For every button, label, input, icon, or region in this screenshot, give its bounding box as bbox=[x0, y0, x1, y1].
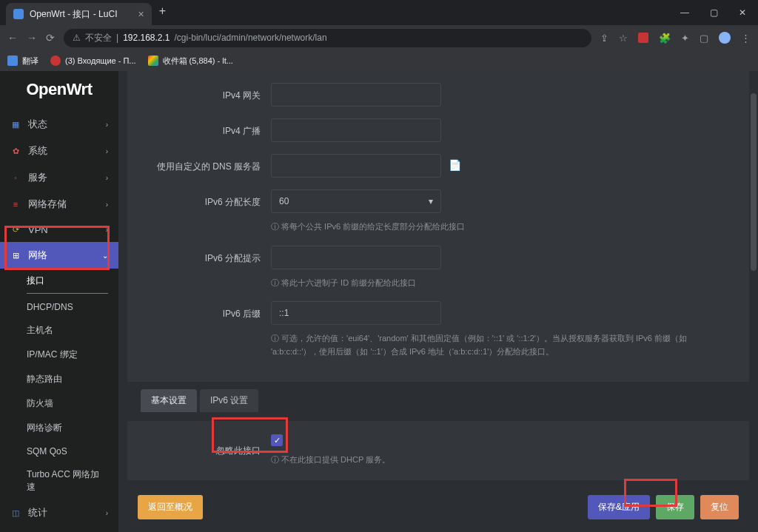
ipv6-suffix-help: 可选，允许的值：'eui64'、'random' 和其他固定值（例如：'::1'… bbox=[271, 332, 730, 358]
sidebar-item-logout[interactable]: ⎘ 退出 bbox=[0, 526, 118, 532]
add-dns-icon[interactable]: 📄 bbox=[449, 159, 462, 172]
sidebar-item-statistics[interactable]: ◫ 统计 › bbox=[0, 499, 118, 526]
ipv4-gateway-input[interactable] bbox=[271, 83, 441, 107]
ipv6-suffix-label: IPv6 后缀 bbox=[127, 301, 271, 320]
chevron-right-icon: › bbox=[106, 226, 108, 234]
nav-label: 状态 bbox=[28, 118, 47, 131]
ipv4-broadcast-label: IPv4 广播 bbox=[127, 118, 271, 138]
ipv6-prefix-select[interactable]: 60 ▾ bbox=[271, 189, 441, 213]
bookmark-item[interactable]: (3) Входящие - П... bbox=[50, 55, 136, 66]
ipv6-prefix-label: IPv6 分配长度 bbox=[127, 189, 271, 209]
chevron-right-icon: › bbox=[106, 147, 108, 155]
extension-icon-1[interactable] bbox=[638, 33, 648, 43]
reset-button[interactable]: 复位 bbox=[700, 495, 739, 519]
row-dns: 使用自定义的 DNS 服务器 📄 bbox=[127, 154, 749, 178]
profile-icon[interactable] bbox=[719, 32, 731, 44]
ignore-interface-help: 不在此接口提供 DHCP 服务。 bbox=[271, 454, 749, 467]
window-icon[interactable]: ▢ bbox=[700, 33, 708, 44]
close-window-icon[interactable]: ✕ bbox=[739, 7, 746, 18]
sidebar-subitem-dhcp[interactable]: DHCP/DNS bbox=[0, 296, 118, 318]
forward-icon[interactable]: → bbox=[27, 32, 37, 44]
nav-label: 统计 bbox=[28, 506, 47, 519]
ignore-interface-label: 忽略此接口 bbox=[127, 445, 271, 457]
insecure-icon: ⚠ bbox=[73, 33, 81, 43]
back-icon[interactable]: ← bbox=[7, 32, 18, 44]
menu-icon[interactable]: ⋮ bbox=[741, 33, 751, 44]
maximize-icon[interactable]: ▢ bbox=[710, 7, 718, 18]
sidebar-subitem-routes[interactable]: 静态路由 bbox=[0, 367, 118, 391]
nav-label: VPN bbox=[28, 224, 48, 235]
chevron-right-icon: › bbox=[106, 509, 108, 517]
sidebar-item-system[interactable]: ✿ 系统 › bbox=[0, 138, 118, 164]
bookmark-label: (3) Входящие - П... bbox=[65, 56, 136, 65]
back-to-overview-button[interactable]: 返回至概况 bbox=[138, 495, 203, 519]
services-icon: ◦ bbox=[10, 172, 21, 183]
sidebar-subitem-firewall[interactable]: 防火墙 bbox=[0, 391, 118, 416]
browser-tab[interactable]: OpenWrt - 接口 - LuCI × bbox=[6, 3, 152, 25]
dhcp-tabs: 基本设置 IPv6 设置 bbox=[141, 389, 749, 412]
chevron-down-icon: ⌄ bbox=[102, 252, 108, 260]
ipv6-suffix-input[interactable] bbox=[271, 301, 441, 325]
share-icon[interactable]: ⇪ bbox=[600, 33, 608, 44]
sidebar-item-network[interactable]: ⊞ 网络 ⌄ bbox=[0, 242, 118, 269]
dns-label: 使用自定义的 DNS 服务器 bbox=[127, 154, 271, 173]
chevron-right-icon: › bbox=[106, 121, 108, 129]
reload-icon[interactable]: ⟳ bbox=[46, 32, 55, 44]
sidebar: OpenWrt ▦ 状态 › ✿ 系统 › ◦ 服务 › ≡ 网络存储 › ⟳ … bbox=[0, 71, 118, 532]
tab-favicon-icon bbox=[13, 9, 24, 19]
extensions-icon[interactable]: ✦ bbox=[681, 33, 689, 44]
logo[interactable]: OpenWrt bbox=[0, 80, 118, 99]
tab-close-icon[interactable]: × bbox=[138, 8, 144, 20]
nav-label: 网络 bbox=[28, 249, 47, 262]
url-input[interactable]: ⚠ 不安全 | 192.168.2.1/cgi-bin/luci/admin/n… bbox=[64, 29, 591, 47]
save-button[interactable]: 保存 bbox=[656, 495, 694, 519]
new-tab-button[interactable]: + bbox=[159, 4, 166, 21]
sidebar-subitem-ipmac[interactable]: IP/MAC 绑定 bbox=[0, 343, 118, 367]
bookmark-item[interactable]: 翻译 bbox=[7, 55, 38, 67]
bookmark-label: 翻译 bbox=[22, 55, 38, 67]
security-label: 不安全 bbox=[85, 32, 112, 44]
ipv4-gateway-label: IPv4 网关 bbox=[127, 83, 271, 102]
content-area: IPv4 网关 IPv4 广播 使用自定义的 DNS 服务器 📄 IPv6 分配… bbox=[118, 71, 758, 532]
browser-titlebar: OpenWrt - 接口 - LuCI × + — ▢ ✕ bbox=[0, 0, 758, 25]
ipv6-prefix-help: 将每个公共 IPv6 前缀的给定长度部分分配给此接口 bbox=[271, 220, 749, 234]
extension-icon-2[interactable]: 🧩 bbox=[659, 33, 671, 44]
save-apply-button[interactable]: 保存&应用 bbox=[588, 495, 650, 519]
sidebar-subitem-interfaces[interactable]: 接口 bbox=[27, 269, 108, 294]
row-ipv6-suffix: IPv6 后缀 可选，允许的值：'eui64'、'random' 和其他固定值（… bbox=[127, 301, 749, 358]
storage-icon: ≡ bbox=[10, 199, 21, 209]
row-ipv6-hint: IPv6 分配提示 将此十六进制子 ID 前缀分配给此接口 bbox=[127, 246, 749, 290]
footer: Powered by LuCI Master (git-22.360.54384… bbox=[127, 524, 749, 532]
content-scroll[interactable]: IPv4 网关 IPv4 广播 使用自定义的 DNS 服务器 📄 IPv6 分配… bbox=[118, 71, 758, 532]
ignore-interface-checkbox[interactable]: ✓ bbox=[271, 434, 283, 446]
bookmark-item[interactable]: 收件箱 (5,884) - lt... bbox=[148, 55, 233, 67]
row-ignore-interface: 忽略此接口 ✓ 不在此接口提供 DHCP 服务。 bbox=[127, 434, 749, 467]
sidebar-subitem-turboacc[interactable]: Turbo ACC 网络加速 bbox=[0, 462, 118, 499]
bookmark-favicon-icon bbox=[148, 55, 158, 66]
sidebar-subitem-sqm[interactable]: SQM QoS bbox=[0, 440, 118, 462]
sidebar-item-nas[interactable]: ≡ 网络存储 › bbox=[0, 191, 118, 218]
sidebar-subitem-diagnostics[interactable]: 网络诊断 bbox=[0, 416, 118, 440]
ipv6-prefix-value: 60 bbox=[279, 196, 289, 206]
bookmarks-bar: 翻译 (3) Входящие - П... 收件箱 (5,884) - lt.… bbox=[0, 50, 758, 71]
bookmark-favicon-icon bbox=[7, 55, 18, 66]
sidebar-item-services[interactable]: ◦ 服务 › bbox=[0, 164, 118, 191]
sidebar-subitem-hostnames[interactable]: 主机名 bbox=[0, 318, 118, 343]
nav-label: 网络存储 bbox=[28, 198, 67, 211]
window-controls: — ▢ ✕ bbox=[680, 7, 758, 25]
dropdown-icon: ▾ bbox=[429, 196, 433, 206]
ipv6-hint-help: 将此十六进制子 ID 前缀分配给此接口 bbox=[271, 277, 749, 290]
dns-input[interactable] bbox=[271, 154, 441, 178]
sidebar-item-status[interactable]: ▦ 状态 › bbox=[0, 111, 118, 138]
sidebar-item-vpn[interactable]: ⟳ VPN › bbox=[0, 218, 118, 242]
form-actions: 返回至概况 保存&应用 保存 复位 bbox=[127, 488, 749, 524]
star-icon[interactable]: ☆ bbox=[619, 33, 628, 44]
ipv6-hint-input[interactable] bbox=[271, 246, 441, 269]
ipv4-broadcast-input[interactable] bbox=[271, 118, 441, 142]
url-host: 192.168.2.1 bbox=[123, 33, 170, 43]
minimize-icon[interactable]: — bbox=[680, 7, 689, 18]
gear-icon: ✿ bbox=[10, 146, 21, 156]
row-ipv4-broadcast: IPv4 广播 bbox=[127, 118, 749, 142]
tab-basic[interactable]: 基本设置 bbox=[141, 389, 197, 412]
tab-ipv6[interactable]: IPv6 设置 bbox=[200, 389, 258, 412]
